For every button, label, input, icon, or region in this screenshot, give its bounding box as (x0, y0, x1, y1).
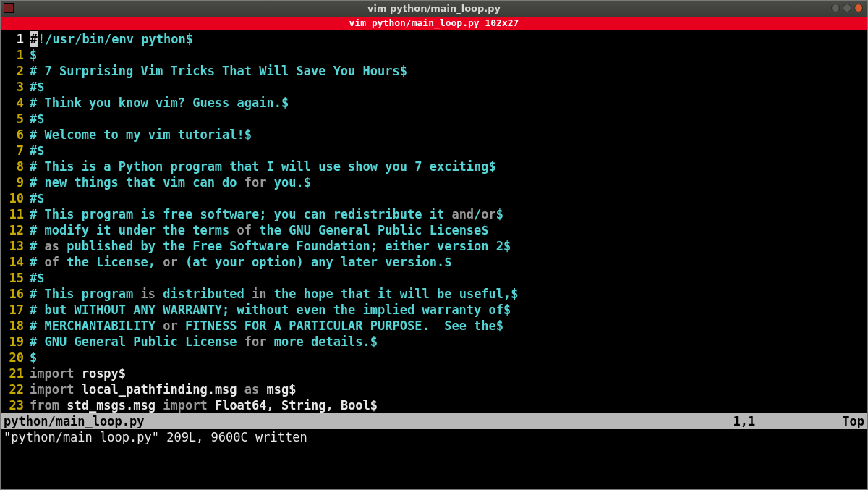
minimize-icon[interactable] (831, 4, 840, 12)
code-content: #$ (30, 190, 867, 206)
line-number: 11 (1, 206, 30, 222)
line-number: 9 (1, 174, 30, 190)
cursor-block: # (30, 31, 38, 47)
code-content: # Think you know vim? Guess again.$ (30, 95, 867, 111)
code-content: # new things that vim can do for you.$ (30, 174, 867, 190)
code-line: 23from std_msgs.msg import Float64, Stri… (1, 397, 867, 413)
line-number: 17 (1, 302, 30, 318)
write-message: "python/main_loop.py" 209L, 9600C writte… (4, 429, 307, 445)
code-line: 15#$ (1, 270, 867, 286)
status-cursor-pos: 1,1 (733, 413, 756, 429)
terminal-app-icon (4, 3, 14, 13)
line-number: 18 (1, 318, 30, 334)
code-line: 6# Welcome to my vim tutorial!$ (1, 127, 867, 143)
line-number: 3 (1, 79, 30, 95)
code-content: import local_pathfinding.msg as msg$ (30, 381, 867, 397)
code-line: 11# This program is free software; you c… (1, 206, 867, 222)
code-line: 1$ (1, 47, 867, 63)
code-line: 13# as published by the Free Software Fo… (1, 238, 867, 254)
code-content: # modify it under the terms of the GNU G… (30, 222, 867, 238)
line-number: 12 (1, 222, 30, 238)
code-content: # MERCHANTABILITY or FITNESS FOR A PARTI… (30, 318, 867, 334)
code-line: 7#$ (1, 143, 867, 159)
code-content: $ (30, 47, 867, 63)
line-number: 14 (1, 254, 30, 270)
code-line: 8# This is a Python program that I will … (1, 159, 867, 174)
line-number: 22 (1, 381, 30, 397)
code-line: 18# MERCHANTABILITY or FITNESS FOR A PAR… (1, 318, 867, 334)
code-content: # This is a Python program that I will u… (30, 159, 867, 174)
line-number: 5 (1, 111, 30, 127)
code-line: 2# 7 Surprising Vim Tricks That Will Sav… (1, 63, 867, 79)
line-number: 4 (1, 95, 30, 111)
code-content: # Welcome to my vim tutorial!$ (30, 127, 867, 143)
status-scroll: Top (842, 413, 864, 429)
window-controls (831, 4, 863, 12)
line-number: 6 (1, 127, 30, 143)
line-number: 8 (1, 159, 30, 174)
terminal-window: vim python/main_loop.py vim python/main_… (0, 0, 868, 490)
code-line: 9# new things that vim can do for you.$ (1, 174, 867, 190)
code-line: 1 #!/usr/bin/env python$ (1, 31, 867, 47)
code-content: #$ (30, 111, 867, 127)
status-file: python/main_loop.py (4, 413, 144, 429)
code-line: 14# of the License, or (at your option) … (1, 254, 867, 270)
code-line: 4# Think you know vim? Guess again.$ (1, 95, 867, 111)
maximize-icon[interactable] (843, 4, 851, 12)
code-content: $ (30, 350, 867, 366)
code-line: 21import rospy$ (1, 366, 867, 381)
line-number: 23 (1, 397, 30, 413)
window-title: vim python/main_loop.py (367, 1, 501, 17)
code-content: from std_msgs.msg import Float64, String… (30, 397, 867, 413)
code-content: #!/usr/bin/env python$ (30, 31, 867, 47)
vim-statusline: python/main_loop.py 1,1 Top (1, 413, 867, 429)
code-line: 12# modify it under the terms of the GNU… (1, 222, 867, 238)
code-line: 10#$ (1, 190, 867, 206)
code-content: import rospy$ (30, 366, 867, 381)
line-number-current: 1 (1, 31, 30, 47)
code-line: 22import local_pathfinding.msg as msg$ (1, 381, 867, 397)
line-number: 2 (1, 63, 30, 79)
code-content: # as published by the Free Software Foun… (30, 238, 867, 254)
vim-editor[interactable]: 1 #!/usr/bin/env python$ 1$ 2# 7 Surpris… (1, 30, 867, 489)
line-number: 15 (1, 270, 30, 286)
line-number: 1 (1, 47, 30, 63)
code-line: 3#$ (1, 79, 867, 95)
tmux-status-bar: vim python/main_loop.py 102x27 (1, 17, 867, 30)
line-number: 16 (1, 286, 30, 302)
code-line: 17# but WITHOUT ANY WARRANTY; without ev… (1, 302, 867, 318)
code-content: #$ (30, 270, 867, 286)
line-number: 7 (1, 143, 30, 159)
code-content: # but WITHOUT ANY WARRANTY; without even… (30, 302, 867, 318)
line-number: 10 (1, 190, 30, 206)
line-number: 13 (1, 238, 30, 254)
code-content: # GNU General Public License for more de… (30, 334, 867, 350)
line-number: 21 (1, 366, 30, 381)
code-line: 5#$ (1, 111, 867, 127)
code-content: # This program is free software; you can… (30, 206, 867, 222)
code-content: # 7 Surprising Vim Tricks That Will Save… (30, 63, 867, 79)
code-line: 19# GNU General Public License for more … (1, 334, 867, 350)
close-icon[interactable] (854, 4, 863, 12)
tmux-window-title: vim python/main_loop.py 102x27 (349, 15, 519, 31)
window-titlebar[interactable]: vim python/main_loop.py (1, 1, 867, 17)
line-number: 19 (1, 334, 30, 350)
code-line: 20$ (1, 350, 867, 366)
code-line: 16# This program is distributed in the h… (1, 286, 867, 302)
code-content: # This program is distributed in the hop… (30, 286, 867, 302)
code-content: #$ (30, 143, 867, 159)
code-content: #$ (30, 79, 867, 95)
line-number: 20 (1, 350, 30, 366)
vim-message-line: "python/main_loop.py" 209L, 9600C writte… (1, 429, 867, 445)
code-content: # of the License, or (at your option) an… (30, 254, 867, 270)
